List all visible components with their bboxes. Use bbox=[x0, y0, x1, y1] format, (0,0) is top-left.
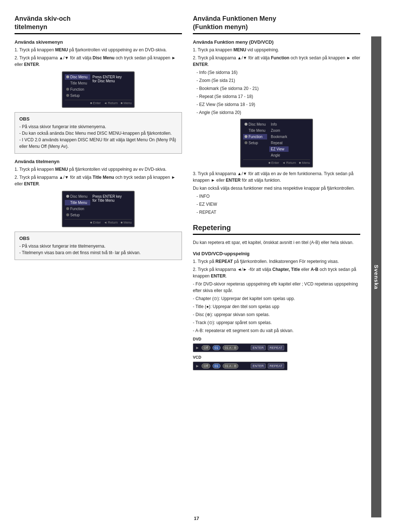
funktion-screen-enter: ■ Enter bbox=[269, 161, 279, 165]
funktion-ezview: - EZ View (Se sidorna 18 - 19) bbox=[193, 101, 360, 108]
repetering-disc: - Disc (⊕): upprepar skivan som spelas. bbox=[193, 311, 360, 318]
funktion-screen-return: ◄ Return bbox=[282, 161, 296, 165]
dvd-pill-off: Off bbox=[202, 345, 210, 350]
title-menu-step2: 2. Tryck på knapparna ▲/▼ för att välja … bbox=[15, 174, 182, 187]
title-screen-enter: ■ Enter bbox=[90, 221, 101, 224]
page-container: Använda skiv-och titelmenyn Använda skiv… bbox=[0, 0, 393, 532]
obs2-title: OBS bbox=[19, 236, 177, 241]
title-screen-menu: ■ Menu bbox=[121, 221, 132, 224]
title-screen-menu: Disc Menu Title Menu Function bbox=[65, 194, 90, 218]
svenska-label: Svenska bbox=[373, 265, 380, 289]
disc-screen-content: Press ENTER keyfor Disc Menu bbox=[92, 74, 132, 98]
repetering-title: Repetering bbox=[193, 223, 360, 235]
dvd-bar-arrow: ▶ bbox=[196, 346, 199, 350]
disc-menu-item-discmenu: Disc Menu bbox=[65, 74, 90, 80]
right-disc-icon bbox=[245, 123, 247, 126]
disc-menu-item-function: Function bbox=[65, 87, 90, 92]
function-icon2 bbox=[66, 207, 69, 210]
funktion-step3: 3. Tryck på knapparna ▲/▼ för att välja … bbox=[193, 170, 360, 184]
right-title-line1: Använda Funktionen Meny bbox=[193, 15, 360, 23]
vcd-btn-repeat: REPEAT bbox=[268, 363, 284, 369]
disc-icon2 bbox=[66, 195, 69, 198]
disc-screen-menu: Disc Menu Title Menu Function bbox=[65, 74, 90, 98]
funktion-zoom: - Zoom (Se sida 21) bbox=[193, 77, 360, 84]
obs1-item2: - Du kan också anända Disc Menu med DISC… bbox=[19, 130, 177, 137]
disc-menu-step2: 2. Tryck på knapparna ▲/▼ för att välja … bbox=[15, 55, 182, 68]
title-menu-section: Använda titelmenyn 1. Tryck på knappen M… bbox=[15, 159, 182, 227]
repetering-intro: Du kan repetera ett spar, ett kapitel, ö… bbox=[193, 239, 360, 246]
disc-menu-screen: Disc Menu Title Menu Function bbox=[62, 71, 135, 108]
funktion-info: - Info (Se sidorna 16) bbox=[193, 69, 360, 76]
funktion-step3c-repeat: - REPEAT bbox=[193, 209, 360, 216]
right-item-bookmark: Bookmark bbox=[269, 134, 289, 139]
disc-menu-item-setup: Setup bbox=[65, 93, 90, 98]
dvd-btn-repeat: REPEAT bbox=[268, 345, 284, 350]
title-screen-content: Press ENTER keyfor Title Menu bbox=[92, 194, 132, 218]
repetering-step1: 1. Tryck på REPEAT på fjärrkontrollen. I… bbox=[193, 258, 360, 265]
repetering-track: - Track (⊙): upprepar spåret som spelas. bbox=[193, 319, 360, 326]
funktion-step3c-info: - INFO bbox=[193, 193, 360, 200]
disc-icon bbox=[66, 75, 69, 78]
left-section-title: Använda skiv-och titelmenyn bbox=[15, 15, 182, 34]
funktion-screen: Disc Menu Title Menu Function bbox=[240, 119, 313, 168]
title-screen-text: Press ENTER keyfor Title Menu bbox=[92, 194, 131, 202]
screen-enter: ■ Enter bbox=[90, 101, 101, 105]
right-setup: Setup bbox=[243, 140, 267, 146]
right-item-repeat: Repeat bbox=[269, 140, 289, 146]
repetering-ab: - A-B: repeaterar ett segment som du val… bbox=[193, 327, 360, 334]
vcd-pill-off: Off bbox=[202, 363, 210, 369]
dvd-bar: ▶ Off 01 01 A - B ENTER REPEAT bbox=[193, 343, 287, 352]
right-item-zoom: Zoom bbox=[269, 128, 289, 133]
funktion-screen-right: Info Zoom Bookmark Repeat EZ View Angle bbox=[269, 122, 289, 158]
obs2-item2: - Titelmenyn visas bara om det finss min… bbox=[19, 249, 177, 256]
dvd-pill-01: 01 bbox=[213, 345, 221, 350]
disc-screen-text: Press ENTER keyfor Disc Menu bbox=[92, 75, 131, 83]
vcd-bar-arrow: ▶ bbox=[196, 364, 199, 368]
right-discmenu: Disc Menu bbox=[243, 122, 267, 127]
disc-screen-bottom: ■ Enter ◄ Return ■ Menu bbox=[65, 100, 132, 105]
disc-menu-section: Använda skivemenyn 1. Tryck på knappen M… bbox=[15, 39, 182, 108]
repetering-section: Repetering Du kan repetera ett spar, ett… bbox=[193, 223, 360, 370]
screen-return: ◄ Return bbox=[104, 101, 118, 105]
funktion-meny-section: Använda Funktion meny (DVD/VCD) 1. Tryck… bbox=[193, 39, 360, 216]
funktion-screen-left: Disc Menu Title Menu Function bbox=[243, 122, 267, 158]
title-menu-item-titlemenu: Title Menu bbox=[65, 200, 90, 205]
right-title-line2: (Funktion menyn) bbox=[193, 23, 360, 31]
funktion-meny-subtitle: Använda Funktion meny (DVD/VCD) bbox=[193, 39, 360, 45]
right-function: Function bbox=[243, 134, 267, 139]
right-item-angle: Angle bbox=[269, 153, 289, 158]
left-title-line2: titelmenyn bbox=[15, 23, 182, 31]
funktion-step1: 1. Tryck pa knappen MENU vid uppspelning… bbox=[193, 47, 360, 53]
obs-box-1: OBS - På vissa skivor fungerar inte skiv… bbox=[15, 112, 182, 154]
svenska-tab: Svenska bbox=[371, 36, 381, 517]
title-screen-return: ◄ Return bbox=[104, 221, 118, 224]
funktion-bookmark: - Bookmark (Se sidorna 20 - 21) bbox=[193, 85, 360, 92]
title-menu-screen: Disc Menu Title Menu Function bbox=[62, 191, 135, 227]
funktion-angle: - Angle (Se sidorna 20) bbox=[193, 109, 360, 116]
vcd-label: VCD bbox=[193, 355, 360, 359]
right-setup-icon bbox=[245, 141, 247, 144]
repetering-step2: 2. Tryck på knapparna ◄/► -för att välja… bbox=[193, 266, 360, 279]
funktion-screen-bottom: ■ Enter ◄ Return ■ Menu bbox=[243, 159, 310, 165]
obs1-item3: - I VCD 2.0 används knappen DISC MENU fö… bbox=[19, 137, 177, 150]
disc-menu-subtitle: Använda skivemenyn bbox=[15, 39, 182, 45]
dvd-label: DVD bbox=[193, 337, 360, 341]
title-menu-subtitle: Använda titelmenyn bbox=[15, 159, 182, 164]
obs1-item1: - På vissa skivor fungerar inte skivmeny… bbox=[19, 123, 177, 130]
vcd-bar: ▶ Off 01 01 A - B ENTER REPEAT bbox=[193, 362, 287, 370]
funktion-step3b: Du kan också välja dessa funktioner med … bbox=[193, 185, 360, 192]
funktion-screen-menu: ■ Menu bbox=[299, 161, 310, 165]
obs1-title: OBS bbox=[19, 116, 177, 122]
left-column: Använda skiv-och titelmenyn Använda skiv… bbox=[15, 15, 182, 517]
left-title-line1: Använda skiv-och bbox=[15, 15, 182, 23]
obs-box-2: OBS - På vissa skivor fungerar inte tite… bbox=[15, 232, 182, 260]
title-screen-bottom: ■ Enter ◄ Return ■ Menu bbox=[65, 219, 132, 224]
repetering-note1: - För DVD-skivor repeteras uppspelning e… bbox=[193, 281, 360, 294]
right-column: Använda Funktionen Meny (Funktion menyn)… bbox=[193, 15, 360, 517]
vcd-pill-ab: 01 A - B bbox=[223, 363, 239, 369]
title-menu-item-discmenu: Disc Menu bbox=[65, 194, 90, 199]
function-icon bbox=[66, 88, 69, 91]
funktion-repeat: - Repeat (Se sidorna 17 - 18) bbox=[193, 93, 360, 100]
vcd-btn-enter: ENTER bbox=[251, 363, 266, 369]
obs2-item1: - På vissa skivor fungerar inte titelmen… bbox=[19, 243, 177, 249]
